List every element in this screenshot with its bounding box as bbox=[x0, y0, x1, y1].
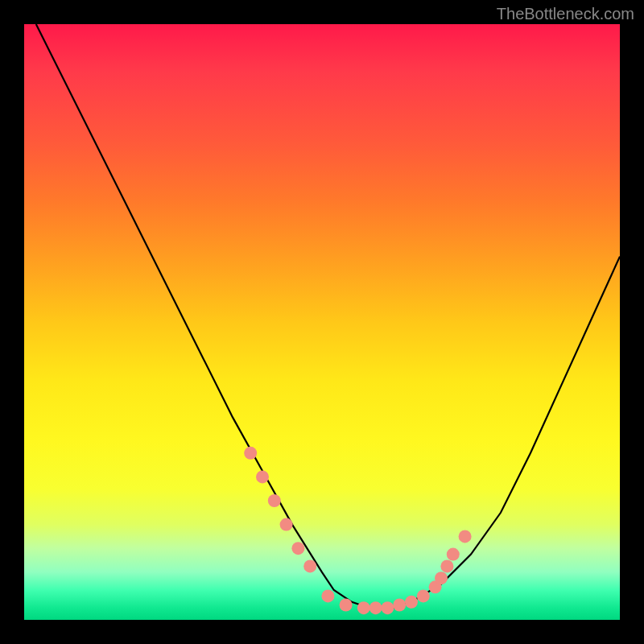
highlight-dot bbox=[393, 599, 406, 612]
highlight-dot bbox=[268, 494, 281, 507]
highlight-dot bbox=[244, 447, 257, 460]
highlight-dot bbox=[435, 572, 448, 584]
highlight-dot bbox=[256, 470, 269, 483]
highlight-dot bbox=[291, 542, 304, 555]
highlight-dot bbox=[357, 601, 370, 614]
highlight-dot bbox=[447, 548, 460, 561]
chart-overlay bbox=[24, 24, 620, 620]
highlight-dot bbox=[405, 596, 418, 609]
highlight-dot bbox=[369, 601, 382, 614]
highlight-dot bbox=[381, 601, 394, 614]
highlight-dot bbox=[459, 530, 472, 543]
highlight-dot bbox=[340, 599, 353, 612]
highlight-dot bbox=[417, 589, 430, 602]
highlight-dot bbox=[303, 559, 316, 572]
highlight-dot bbox=[321, 589, 334, 602]
highlight-dots bbox=[244, 447, 471, 614]
highlight-dot bbox=[280, 518, 293, 531]
bottleneck-curve bbox=[36, 24, 620, 608]
watermark-text: TheBottleneck.com bbox=[497, 5, 634, 23]
plot-area bbox=[24, 24, 620, 620]
highlight-dot bbox=[440, 559, 453, 572]
